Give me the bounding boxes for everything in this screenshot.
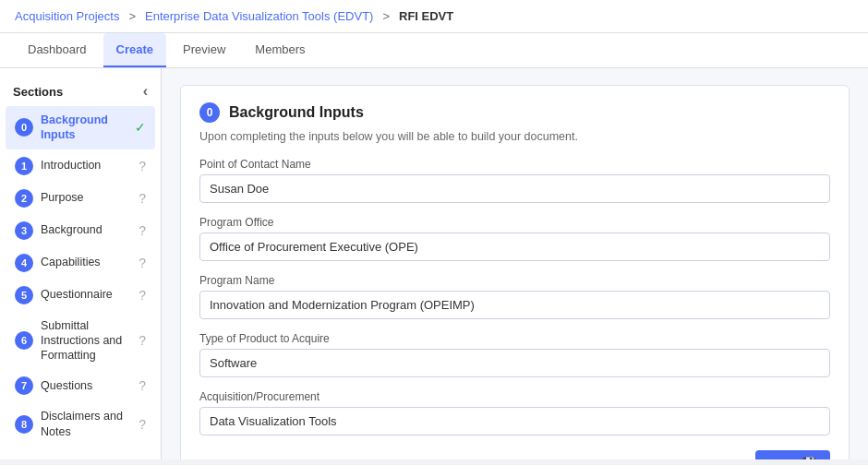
breadcrumb-sep-1: > [128,9,136,23]
reset-section-button[interactable]: ↻ Reset Section [659,457,746,459]
sidebar-item-label-1: Introduction [41,158,131,173]
content-area: 0 Background Inputs Upon completing the … [162,68,868,459]
input-acquisition[interactable] [199,407,830,435]
label-product-type: Type of Product to Acquire [199,332,830,345]
sidebar-item-questionnaire[interactable]: 5 Questionnaire ? [6,280,155,311]
sidebar-num-0: 0 [15,118,33,137]
breadcrumb-link-2[interactable]: Enterprise Data Visualization Tools (EDV… [145,9,373,23]
section-num-badge: 0 [199,102,220,123]
question-icon-6: ? [139,333,146,348]
sidebar-num-8: 8 [15,415,33,434]
section-title: 0 Background Inputs [199,102,830,123]
sidebar-item-label-2: Purpose [41,190,131,205]
breadcrumb-link-1[interactable]: Acquisition Projects [15,9,119,23]
save-icon: 💾 [802,457,817,459]
sidebar-num-3: 3 [15,221,33,240]
form-actions: ↻ Reset Section Save 💾 [199,450,830,459]
form-group-poc-name: Point of Contact Name [199,158,830,203]
input-product-type[interactable] [199,349,830,377]
sidebar: Sections ‹ 0 Background Inputs ✓ 1 Intro… [0,68,162,459]
sidebar-num-1: 1 [15,157,33,175]
label-program-name: Program Name [199,274,830,287]
form-group-program-office: Program Office [199,216,830,261]
tab-preview[interactable]: Preview [170,33,238,67]
tab-members[interactable]: Members [242,33,318,67]
sidebar-item-background-inputs[interactable]: 0 Background Inputs ✓ [6,106,155,149]
section-heading: Background Inputs [229,104,364,121]
sidebar-item-capabilities[interactable]: 4 Capabilities ? [6,247,155,279]
sidebar-num-2: 2 [15,189,33,208]
check-icon: ✓ [135,120,146,135]
sidebar-item-introduction[interactable]: 1 Introduction ? [6,150,155,182]
sidebar-num-7: 7 [15,376,33,395]
sidebar-item-submittal[interactable]: 6 Submittal Instructions and Formatting … [6,312,155,370]
question-icon-4: ? [139,256,146,270]
save-label: Save [768,458,796,460]
sidebar-item-label-3: Background [41,222,131,237]
input-program-name[interactable] [199,291,830,319]
sidebar-item-label-0: Background Inputs [41,113,127,143]
tab-dashboard[interactable]: Dashboard [15,33,100,67]
main-layout: Sections ‹ 0 Background Inputs ✓ 1 Intro… [0,68,868,459]
sidebar-header: Sections ‹ [0,76,161,105]
sidebar-item-label-8: Disclaimers and Notes [41,409,131,439]
question-icon-2: ? [139,191,146,206]
sidebar-num-6: 6 [15,331,33,350]
sidebar-item-label-7: Questions [41,378,131,393]
form-group-product-type: Type of Product to Acquire [199,332,830,377]
label-acquisition: Acquisition/Procurement [199,390,830,403]
tab-bar: Dashboard Create Preview Members [0,33,868,68]
question-icon-1: ? [139,159,146,173]
sidebar-num-5: 5 [15,286,33,304]
breadcrumb: Acquisition Projects > Enterprise Data V… [0,0,868,33]
sidebar-item-label-4: Capabilities [41,255,131,269]
sidebar-item-label-5: Questionnaire [41,287,131,302]
breadcrumb-sep-2: > [382,9,390,23]
section-description: Upon completing the inputs below you wil… [199,130,830,143]
sidebar-num-4: 4 [15,254,33,272]
label-poc-name: Point of Contact Name [199,158,830,171]
sidebar-item-label-6: Submittal Instructions and Formatting [41,318,131,364]
reset-icon: ↻ [659,457,670,459]
question-icon-3: ? [139,223,146,238]
label-program-office: Program Office [199,216,830,229]
reset-label: Reset Section [674,458,746,459]
question-icon-8: ? [139,417,146,432]
sidebar-collapse-button[interactable]: ‹ [143,83,148,100]
save-button[interactable]: Save 💾 [755,450,830,459]
input-program-office[interactable] [199,232,830,261]
tab-create[interactable]: Create [103,33,166,67]
form-group-program-name: Program Name [199,274,830,319]
section-card: 0 Background Inputs Upon completing the … [180,85,850,459]
sidebar-item-questions[interactable]: 7 Questions ? [6,370,155,401]
sidebar-title: Sections [13,85,63,99]
question-icon-5: ? [139,288,146,303]
question-icon-7: ? [139,378,146,393]
sidebar-item-disclaimers[interactable]: 8 Disclaimers and Notes ? [6,402,155,446]
sidebar-item-purpose[interactable]: 2 Purpose ? [6,183,155,214]
form-group-acquisition: Acquisition/Procurement [199,390,830,435]
sidebar-item-background[interactable]: 3 Background ? [6,215,155,246]
input-poc-name[interactable] [199,174,830,203]
breadcrumb-current: RFI EDVT [399,9,453,23]
